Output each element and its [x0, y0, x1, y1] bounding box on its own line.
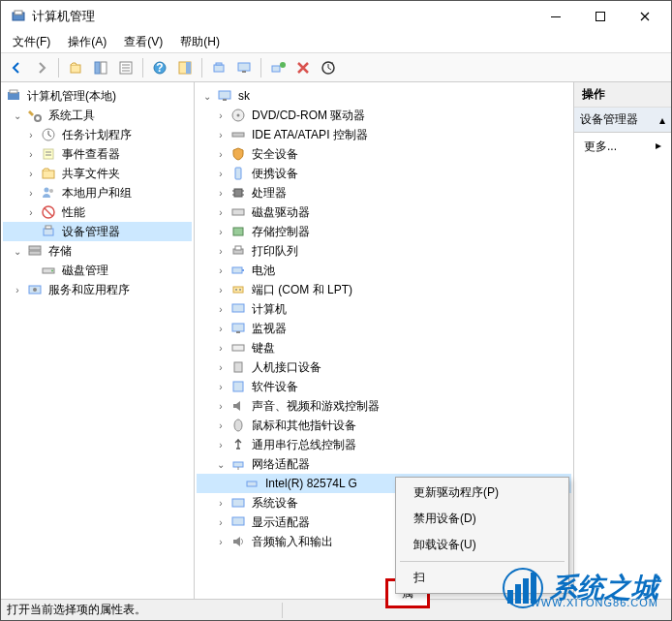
device-usb[interactable]: ›通用串行总线控制器 — [197, 435, 571, 454]
expander-icon[interactable]: › — [214, 302, 228, 316]
svg-rect-42 — [219, 91, 230, 99]
expander-icon[interactable]: › — [24, 147, 38, 161]
expander-icon[interactable]: › — [214, 109, 228, 122]
svg-rect-62 — [232, 304, 244, 312]
expander-icon[interactable]: › — [214, 341, 228, 355]
device-hid[interactable]: ›人机接口设备 — [197, 357, 571, 377]
device-keyboards[interactable]: ›键盘 — [197, 338, 571, 357]
menu-help[interactable]: 帮助(H) — [172, 32, 228, 52]
more-label: 更多... — [584, 139, 617, 155]
tree-root-computer-mgmt[interactable]: 计算机管理(本地) — [3, 86, 192, 106]
device-mouse[interactable]: ›鼠标和其他指针设备 — [197, 416, 571, 435]
expander-icon[interactable]: › — [214, 264, 228, 277]
show-hide-tree-button[interactable] — [89, 56, 112, 79]
minimize-button[interactable] — [534, 2, 578, 31]
expander-icon[interactable]: › — [214, 380, 228, 393]
menu-action[interactable]: 操作(A) — [60, 32, 114, 52]
tree-task-scheduler[interactable]: › 任务计划程序 — [3, 125, 192, 144]
close-button[interactable] — [623, 2, 667, 31]
tree-storage[interactable]: ⌄ 存储 — [3, 241, 192, 261]
enable-button[interactable] — [266, 56, 290, 79]
actions-section[interactable]: 设备管理器 ▴ — [574, 108, 671, 133]
expander-icon[interactable]: › — [214, 167, 228, 180]
display-button[interactable] — [232, 56, 256, 79]
tree-local-users[interactable]: › 本地用户和组 — [3, 183, 192, 202]
device-batteries[interactable]: ›电池 — [197, 261, 571, 280]
tree-label: 本地用户和组 — [59, 184, 135, 202]
tree-disk-mgmt[interactable]: 磁盘管理 — [3, 261, 192, 280]
toolbar-separator — [58, 58, 59, 78]
scan-button[interactable] — [207, 56, 230, 79]
tree-performance[interactable]: › 性能 — [3, 202, 192, 222]
back-button[interactable] — [5, 56, 28, 79]
device-ide[interactable]: ›IDE ATA/ATAPI 控制器 — [197, 125, 571, 144]
expander-icon[interactable]: ⌄ — [200, 89, 214, 103]
delete-button[interactable] — [291, 56, 315, 79]
expander-icon[interactable]: › — [11, 283, 24, 296]
device-monitors[interactable]: ›监视器 — [197, 319, 571, 338]
device-sound[interactable]: ›声音、视频和游戏控制器 — [197, 396, 571, 416]
expander-icon[interactable]: › — [24, 186, 38, 200]
device-network[interactable]: ⌄网络适配器 — [197, 454, 571, 474]
device-portable[interactable]: ›便携设备 — [197, 164, 571, 183]
device-print-queues[interactable]: ›打印队列 — [197, 241, 571, 261]
ctx-uninstall-device[interactable]: 卸载设备(U) — [398, 532, 566, 558]
expander-icon[interactable]: › — [214, 419, 228, 432]
action-pane-button[interactable] — [173, 56, 197, 79]
expander-icon[interactable]: › — [214, 322, 228, 335]
expander-icon[interactable]: › — [214, 515, 228, 529]
expander-icon[interactable]: › — [214, 205, 228, 219]
menu-view[interactable]: 查看(V) — [116, 32, 170, 52]
expander-icon[interactable]: › — [24, 128, 38, 141]
expander-icon[interactable]: › — [214, 186, 228, 200]
expander-icon[interactable]: › — [24, 167, 38, 180]
actions-more[interactable]: 更多... ▸ — [574, 133, 671, 161]
expander-icon[interactable]: › — [214, 147, 228, 161]
up-button[interactable] — [64, 56, 87, 79]
expander-icon[interactable]: › — [214, 244, 228, 258]
expander-icon[interactable]: › — [214, 283, 228, 296]
properties-button[interactable] — [114, 56, 137, 79]
expander-icon[interactable]: › — [24, 205, 38, 219]
update-button[interactable] — [317, 56, 340, 79]
tree-label: 计算机管理(本地) — [24, 87, 119, 106]
device-dvd[interactable]: ›DVD/CD-ROM 驱动器 — [197, 106, 571, 125]
device-computer[interactable]: ›计算机 — [197, 299, 571, 319]
svg-rect-54 — [233, 228, 243, 235]
performance-icon — [41, 204, 56, 220]
device-ports[interactable]: ›端口 (COM 和 LPT) — [197, 280, 571, 299]
expander-icon[interactable]: › — [214, 128, 228, 141]
ctx-update-driver[interactable]: 更新驱动程序(P) — [398, 480, 566, 506]
device-disk-drives[interactable]: ›磁盘驱动器 — [197, 202, 571, 222]
tree-system-tools[interactable]: ⌄ 系统工具 — [3, 106, 192, 125]
expander-icon[interactable]: › — [214, 535, 228, 548]
help-button[interactable]: ? — [148, 56, 171, 79]
expander-icon[interactable]: › — [214, 399, 228, 413]
tree-device-manager[interactable]: 设备管理器 — [3, 222, 192, 241]
computer-mgmt-icon — [6, 88, 21, 104]
expander-icon[interactable]: › — [214, 496, 228, 510]
disk-drive-icon — [230, 204, 246, 220]
computer-icon — [217, 88, 232, 104]
menu-file[interactable]: 文件(F) — [5, 32, 58, 52]
device-root[interactable]: ⌄ sk — [197, 86, 571, 106]
device-security[interactable]: ›安全设备 — [197, 144, 571, 164]
tree-label: 网络适配器 — [249, 455, 313, 474]
expander-icon[interactable]: › — [214, 225, 228, 238]
tree-event-viewer[interactable]: › 事件查看器 — [3, 144, 192, 164]
svg-rect-19 — [272, 66, 280, 72]
device-processors[interactable]: ›处理器 — [197, 183, 571, 202]
maximize-button[interactable] — [578, 2, 623, 31]
device-storage-ctrl[interactable]: ›存储控制器 — [197, 222, 571, 241]
device-software[interactable]: ›软件设备 — [197, 377, 571, 396]
expander-icon[interactable]: › — [214, 438, 228, 451]
ctx-disable-device[interactable]: 禁用设备(D) — [398, 506, 566, 532]
tree-label: 磁盘管理 — [59, 262, 111, 280]
tree-shared-folders[interactable]: › 共享文件夹 — [3, 164, 192, 183]
tree-services-apps[interactable]: › 服务和应用程序 — [3, 280, 192, 299]
expander-icon[interactable]: ⌄ — [11, 244, 24, 258]
forward-button[interactable] — [30, 56, 53, 79]
expander-icon[interactable]: ⌄ — [11, 109, 24, 122]
expander-icon[interactable]: › — [214, 360, 228, 374]
expander-icon[interactable]: ⌄ — [214, 457, 228, 471]
